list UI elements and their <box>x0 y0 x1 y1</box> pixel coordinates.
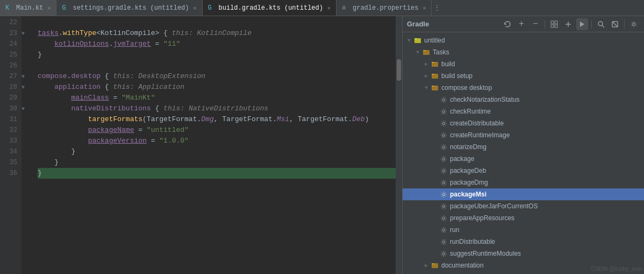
tab-settings-gradle[interactable]: G settings.gradle.kts (untitled) ✕ <box>56 0 202 16</box>
documentation-icon <box>431 262 439 269</box>
minus-icon: − <box>533 20 538 29</box>
tree-compose-desktop[interactable]: ▼ compose desktop <box>403 82 644 94</box>
gradle-expand-button[interactable] <box>548 18 560 30</box>
gradle-file-icon: G <box>62 4 69 12</box>
gradle-toggle-offline-button[interactable] <box>609 18 621 30</box>
tree-arrow-root[interactable]: ▼ <box>405 36 413 45</box>
project-icon <box>413 36 422 45</box>
toolbar-divider-3 <box>624 20 625 29</box>
code-lines: 22 23 24 25 26 27 28 29 30 31 32 33 34 3… <box>0 16 402 274</box>
tab-build-gradle[interactable]: G build.gradle.kts (untitled) ✕ <box>203 0 337 16</box>
code-editor: 22 23 24 25 26 27 28 29 30 31 32 33 34 3… <box>0 16 402 274</box>
tree-arrow-compose-desktop[interactable]: ▼ <box>422 83 431 92</box>
tree-arrow-tasks[interactable]: ▼ <box>413 48 422 57</box>
line-num-30: 30 <box>0 103 17 114</box>
fold-28[interactable]: ▼ <box>22 85 25 90</box>
code-line-22 <box>38 17 396 28</box>
tree-task-createDistributable[interactable]: createDistributable <box>403 117 644 129</box>
tree-task-notarizeDmg[interactable]: notarizeDmg <box>403 141 644 153</box>
task-gear-icon-8 <box>439 178 448 187</box>
task-label-packageDeb: packageDeb <box>450 167 486 174</box>
gradle-settings-gear-button[interactable] <box>628 18 640 30</box>
tree-task-runDistributable[interactable]: runDistributable <box>403 236 644 248</box>
tree-task-prepareAppResources[interactable]: prepareAppResources <box>403 212 644 224</box>
tree-build[interactable]: ▶ build <box>403 58 644 70</box>
tree-task-packageDeb[interactable]: packageDeb <box>403 165 644 177</box>
search-icon <box>597 20 605 28</box>
gradle-search-button[interactable] <box>595 18 607 30</box>
tree-tasks[interactable]: ▼ Tasks <box>403 46 644 58</box>
tab-settings-gradle-close[interactable]: ✕ <box>194 5 197 11</box>
tab-main-kt-close[interactable]: ✕ <box>47 5 51 11</box>
folder-project-icon <box>414 37 421 44</box>
line-num-22: 22 <box>0 17 17 28</box>
task-label-suggestRuntimeModules: suggestRuntimeModules <box>450 250 521 257</box>
tree-task-createRuntimeImage[interactable]: createRuntimeImage <box>403 129 644 141</box>
gradle-header: Gradle + − <box>403 16 644 32</box>
vertical-scrollbar[interactable] <box>396 16 402 274</box>
tree-build-setup[interactable]: ▶ build setup <box>403 70 644 82</box>
gear-icon <box>440 96 447 103</box>
svg-point-27 <box>442 158 445 160</box>
task-gear-icon-14 <box>439 249 448 258</box>
fold-30[interactable]: ▼ <box>22 106 25 112</box>
tree-task-checkRuntime[interactable]: checkRuntime <box>403 106 644 117</box>
code-line-28: application { this: Application <box>38 82 396 93</box>
tab-main-kt[interactable]: K Main.kt ✕ <box>0 0 56 16</box>
svg-point-7 <box>598 22 603 26</box>
fold-27[interactable]: ▼ <box>22 74 25 80</box>
tab-build-gradle-close[interactable]: ✕ <box>327 5 331 11</box>
gradle-toolbar: + − <box>502 18 640 30</box>
task-gear-icon-2 <box>439 107 448 116</box>
tree-compose-desktop-label: compose desktop <box>441 84 492 92</box>
task-label-notarizeDmg: notarizeDmg <box>450 143 486 151</box>
tree-task-package[interactable]: package <box>403 153 644 165</box>
fold-23[interactable]: ▼ <box>22 31 25 37</box>
gear-icon <box>440 120 447 127</box>
tree-arrow-build-setup[interactable]: ▶ <box>422 72 431 80</box>
gradle-tree[interactable]: ▼ untitled ▼ T <box>403 32 644 274</box>
code-area[interactable]: tasks.withType<KotlinCompile> { this: Ko… <box>32 16 396 274</box>
code-line-23: tasks.withType<KotlinCompile> { this: Ko… <box>38 28 396 39</box>
tree-arrow-documentation[interactable]: ▶ <box>422 261 431 270</box>
svg-point-29 <box>442 181 445 184</box>
svg-point-34 <box>442 241 445 243</box>
tree-task-suggestRuntimeModules[interactable]: suggestRuntimeModules <box>403 248 644 259</box>
tree-task-packageUberJarForCurrentOS[interactable]: packageUberJarForCurrentOS <box>403 200 644 212</box>
tab-overflow-menu[interactable]: ⋮ <box>432 0 442 16</box>
gradle-add-button[interactable]: + <box>516 18 527 30</box>
expand-all-icon <box>550 20 558 28</box>
gradle-collapse-button[interactable] <box>562 18 574 30</box>
code-line-36: } <box>38 168 396 179</box>
gradle-run-script-button[interactable] <box>576 18 588 30</box>
code-line-35: } <box>38 157 396 168</box>
scroll-thumb[interactable] <box>397 59 401 81</box>
gear-icon <box>440 250 447 257</box>
tree-task-run[interactable]: run <box>403 224 644 236</box>
gradle-refresh-button[interactable] <box>502 18 513 30</box>
tab-gradle-properties-close[interactable]: ✕ <box>423 5 426 11</box>
line-num-29: 29 <box>0 93 17 103</box>
task-gear-icon-1 <box>439 95 448 104</box>
task-label-packageMsi: packageMsi <box>450 191 486 198</box>
tab-build-gradle-label: build.gradle.kts (untitled) <box>219 4 323 12</box>
tree-task-checkNotarizationStatus[interactable]: checkNotarizationStatus <box>403 94 644 106</box>
build-setup-folder-icon <box>431 72 439 80</box>
kt-file-icon: K <box>5 4 13 12</box>
tab-gradle-properties[interactable]: ≡ gradle.properties ✕ <box>337 0 432 16</box>
tree-arrow-build[interactable]: ▶ <box>422 60 431 68</box>
tree-task-packageMsi[interactable]: packageMsi <box>403 188 644 200</box>
gradle-remove-button[interactable]: − <box>529 18 541 30</box>
compose-desktop-folder-icon <box>431 83 439 92</box>
tree-task-packageDmg[interactable]: packageDmg <box>403 177 644 188</box>
svg-rect-2 <box>551 25 554 27</box>
build-gradle-file-icon: G <box>208 4 216 12</box>
line-numbers: 22 23 24 25 26 27 28 29 30 31 32 33 34 3… <box>0 16 22 274</box>
tree-root-untitled[interactable]: ▼ untitled <box>403 34 644 46</box>
tab-main-kt-label: Main.kt <box>16 4 43 12</box>
svg-point-30 <box>442 193 445 195</box>
gear-icon <box>440 215 447 222</box>
svg-rect-1 <box>555 21 557 24</box>
build-icon <box>431 60 439 68</box>
task-gear-icon-12 <box>439 226 448 234</box>
